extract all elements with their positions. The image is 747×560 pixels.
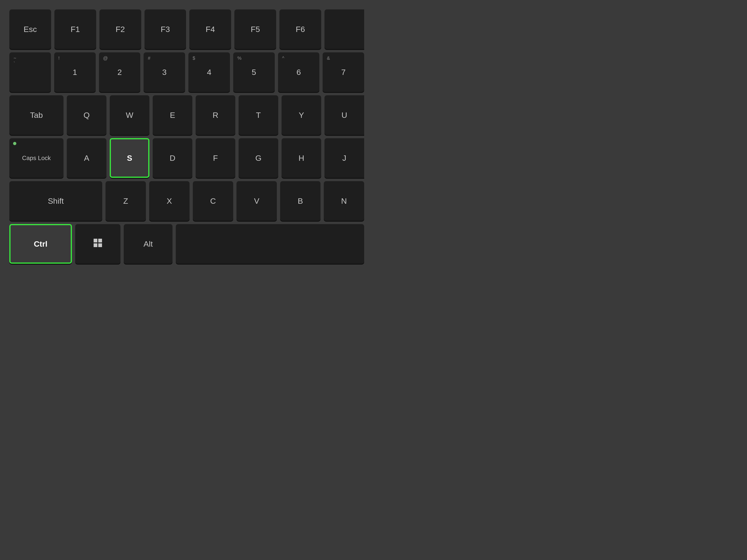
key-3[interactable]: # 3 bbox=[144, 52, 185, 92]
key-c-label: C bbox=[210, 196, 216, 206]
key-j-label: J bbox=[342, 154, 346, 163]
key-6[interactable]: ^ 6 bbox=[278, 52, 319, 92]
key-j-partial: J bbox=[325, 138, 364, 178]
key-f6-label: F6 bbox=[296, 25, 305, 34]
key-tab[interactable]: Tab bbox=[9, 95, 63, 135]
key-x-label: X bbox=[167, 196, 172, 206]
svg-rect-3 bbox=[98, 243, 102, 247]
key-t-label: T bbox=[256, 111, 261, 120]
key-3-label: 3 bbox=[162, 68, 167, 77]
key-a[interactable]: A bbox=[67, 138, 106, 178]
key-4[interactable]: $ 4 bbox=[188, 52, 230, 92]
caps-lock-indicator bbox=[13, 142, 16, 145]
key-6-sub: ^ bbox=[282, 56, 284, 61]
key-ctrl-label: Ctrl bbox=[34, 239, 48, 248]
asdf-row: Caps Lock A S D F G H J bbox=[9, 138, 364, 178]
key-n[interactable]: N bbox=[324, 181, 364, 221]
key-r-label: R bbox=[213, 111, 218, 120]
key-caps-lock-label: Caps Lock bbox=[22, 155, 51, 162]
key-3-sub: # bbox=[148, 56, 150, 61]
key-u-partial: U bbox=[325, 95, 364, 135]
key-x[interactable]: X bbox=[149, 181, 189, 221]
key-y-label: Y bbox=[299, 111, 304, 120]
key-e-label: E bbox=[170, 111, 175, 120]
key-shift-label: Shift bbox=[48, 196, 64, 206]
key-7[interactable]: & 7 bbox=[323, 52, 364, 92]
windows-icon bbox=[93, 238, 102, 249]
key-1[interactable]: ! 1 bbox=[54, 52, 96, 92]
key-1-sub: ! bbox=[58, 56, 60, 61]
key-2-label: 2 bbox=[118, 68, 122, 77]
key-z[interactable]: Z bbox=[105, 181, 146, 221]
key-v[interactable]: V bbox=[236, 181, 277, 221]
key-g[interactable]: G bbox=[238, 138, 278, 178]
key-w[interactable]: W bbox=[110, 95, 149, 135]
key-u-label: U bbox=[341, 111, 347, 120]
key-win[interactable] bbox=[75, 224, 121, 264]
key-c[interactable]: C bbox=[193, 181, 233, 221]
svg-rect-1 bbox=[98, 239, 102, 242]
key-f[interactable]: F bbox=[196, 138, 235, 178]
key-shift[interactable]: Shift bbox=[9, 181, 102, 221]
key-f3[interactable]: F3 bbox=[145, 9, 186, 49]
key-a-label: A bbox=[84, 154, 89, 163]
key-ctrl[interactable]: Ctrl bbox=[9, 224, 72, 264]
key-f2[interactable]: F2 bbox=[99, 9, 141, 49]
key-7-sub: & bbox=[327, 56, 330, 61]
key-4-label: 4 bbox=[207, 68, 211, 77]
key-f7-partial bbox=[325, 9, 364, 49]
key-h-label: H bbox=[299, 154, 304, 163]
key-5[interactable]: % 5 bbox=[233, 52, 275, 92]
key-4-sub: $ bbox=[192, 56, 195, 61]
key-q-label: Q bbox=[83, 111, 89, 120]
key-f2-label: F2 bbox=[115, 25, 125, 34]
function-row: Esc F1 F2 F3 F4 F5 F6 bbox=[9, 9, 364, 49]
key-f1[interactable]: F1 bbox=[54, 9, 96, 49]
key-space[interactable] bbox=[176, 224, 364, 264]
key-n-label: N bbox=[341, 196, 347, 206]
key-g-label: G bbox=[255, 154, 261, 163]
keyboard: Esc F1 F2 F3 F4 F5 F6 ~` ! 1 @ bbox=[0, 0, 374, 280]
key-1-label: 1 bbox=[73, 68, 77, 77]
key-2-sub: @ bbox=[103, 56, 108, 61]
zxcv-row: Shift Z X C V B N bbox=[9, 181, 364, 221]
key-v-label: V bbox=[254, 196, 259, 206]
key-t[interactable]: T bbox=[238, 95, 278, 135]
key-r[interactable]: R bbox=[196, 95, 235, 135]
key-f-label: F bbox=[213, 154, 218, 163]
key-w-label: W bbox=[126, 111, 133, 120]
svg-rect-2 bbox=[94, 243, 97, 247]
number-row: ~` ! 1 @ 2 # 3 $ 4 % 5 ^ 6 & 7 bbox=[9, 52, 364, 92]
key-f5-label: F5 bbox=[251, 25, 260, 34]
key-2[interactable]: @ 2 bbox=[99, 52, 140, 92]
key-5-sub: % bbox=[237, 56, 241, 61]
key-b[interactable]: B bbox=[280, 181, 320, 221]
key-s[interactable]: S bbox=[110, 138, 149, 178]
key-5-label: 5 bbox=[252, 68, 256, 77]
key-d-label: D bbox=[170, 154, 176, 163]
bottom-row: Ctrl Alt bbox=[9, 224, 364, 264]
key-h[interactable]: H bbox=[282, 138, 321, 178]
key-f4-label: F4 bbox=[206, 25, 215, 34]
key-f4[interactable]: F4 bbox=[189, 9, 231, 49]
key-d[interactable]: D bbox=[153, 138, 192, 178]
key-caps-lock[interactable]: Caps Lock bbox=[9, 138, 63, 178]
key-tilde[interactable]: ~` bbox=[9, 52, 51, 92]
key-tab-label: Tab bbox=[30, 111, 43, 120]
key-alt[interactable]: Alt bbox=[124, 224, 173, 264]
key-f6[interactable]: F6 bbox=[279, 9, 321, 49]
key-q[interactable]: Q bbox=[67, 95, 106, 135]
key-6-label: 6 bbox=[297, 68, 301, 77]
key-f1-label: F1 bbox=[71, 25, 80, 34]
key-f5[interactable]: F5 bbox=[234, 9, 276, 49]
key-7-label: 7 bbox=[341, 68, 346, 77]
key-e[interactable]: E bbox=[153, 95, 192, 135]
key-tilde-sub: ~` bbox=[14, 56, 16, 66]
key-f3-label: F3 bbox=[161, 25, 170, 34]
key-b-label: B bbox=[298, 196, 303, 206]
key-esc[interactable]: Esc bbox=[9, 9, 51, 49]
key-z-label: Z bbox=[123, 196, 128, 206]
key-s-label: S bbox=[127, 154, 132, 163]
qwerty-row: Tab Q W E R T Y U bbox=[9, 95, 364, 135]
key-y[interactable]: Y bbox=[282, 95, 321, 135]
